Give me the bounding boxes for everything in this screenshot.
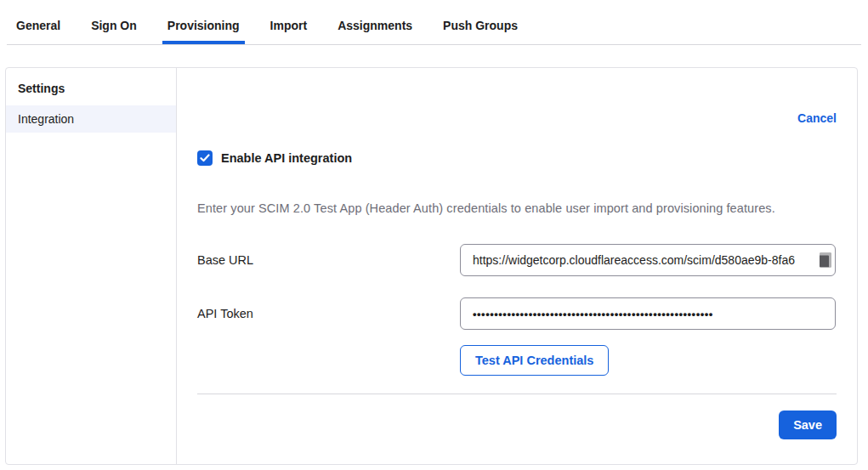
base-url-input-wrap (460, 244, 836, 276)
test-api-credentials-button[interactable]: Test API Credentials (460, 345, 609, 376)
settings-sidebar: Settings Integration (6, 68, 177, 464)
integration-settings-content: Cancel Enable API integration Enter your… (177, 68, 857, 464)
sidebar-item-label: Integration (18, 112, 74, 126)
save-button[interactable]: Save (779, 411, 837, 439)
tab-general[interactable]: General (11, 0, 65, 44)
api-token-input[interactable] (460, 297, 836, 330)
sidebar-heading: Settings (6, 73, 176, 105)
sidebar-item-integration[interactable]: Integration (6, 105, 176, 133)
api-token-label: API Token (197, 307, 460, 320)
tab-push-groups[interactable]: Push Groups (438, 0, 523, 44)
base-url-label: Base URL (197, 253, 460, 267)
credentials-form: Base URL API Token (197, 244, 837, 330)
tab-assignments[interactable]: Assignments (332, 0, 417, 44)
text-selection-block (820, 253, 831, 268)
footer-divider (197, 394, 837, 394)
api-token-input-wrap (460, 297, 836, 330)
provisioning-settings-panel: Settings Integration Cancel Enable API i… (5, 67, 858, 465)
tab-import[interactable]: Import (265, 0, 313, 44)
tab-provisioning[interactable]: Provisioning (162, 0, 245, 44)
base-url-input[interactable] (460, 244, 836, 276)
cancel-link[interactable]: Cancel (797, 111, 837, 125)
checkmark-icon (200, 154, 210, 162)
tab-sign-on[interactable]: Sign On (86, 0, 142, 44)
credentials-description: Enter your SCIM 2.0 Test App (Header Aut… (197, 201, 837, 215)
enable-api-integration-checkbox[interactable] (197, 150, 213, 166)
tab-bar: General Sign On Provisioning Import Assi… (7, 0, 861, 45)
enable-api-integration-label: Enable API integration (221, 151, 352, 165)
